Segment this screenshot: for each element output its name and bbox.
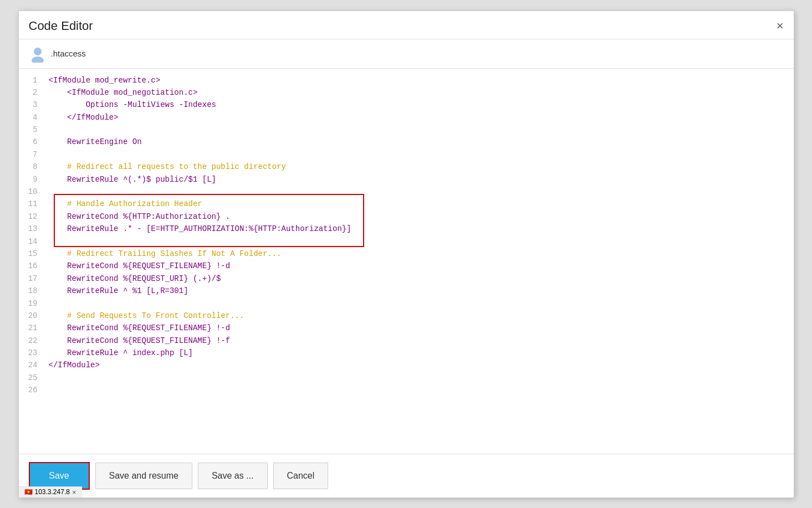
line-code bbox=[47, 186, 794, 198]
line-code: RewriteRule .* - [E=HTTP_AUTHORIZATION:%… bbox=[47, 223, 794, 235]
table-row: 18 RewriteRule ^ %1 [L,R=301] bbox=[19, 285, 794, 297]
modal-header: Code Editor × bbox=[19, 11, 794, 39]
line-code: # Redirect all requests to the public di… bbox=[47, 161, 794, 173]
line-code: RewriteCond %{REQUEST_FILENAME} !-d bbox=[47, 322, 794, 334]
ip-bar-close-button[interactable]: × bbox=[72, 488, 76, 496]
svg-point-0 bbox=[34, 48, 42, 55]
table-row: 15 # Redirect Trailing Slashes If Not A … bbox=[19, 248, 794, 260]
line-number: 24 bbox=[19, 359, 47, 371]
table-row: 21 RewriteCond %{REQUEST_FILENAME} !-d bbox=[19, 322, 794, 334]
table-row: 22 RewriteCond %{REQUEST_FILENAME} !-f bbox=[19, 335, 794, 347]
line-code: RewriteRule ^(.*)$ public/$1 [L] bbox=[47, 173, 794, 186]
save-resume-button[interactable]: Save and resume bbox=[95, 463, 192, 489]
line-code: RewriteRule ^ index.php [L] bbox=[47, 347, 794, 359]
table-row: 3 Options -MultiViews -Indexes bbox=[19, 99, 794, 111]
save-button[interactable]: Save bbox=[29, 462, 90, 490]
line-number: 13 bbox=[19, 223, 47, 235]
svg-point-1 bbox=[32, 57, 44, 63]
line-number: 10 bbox=[19, 186, 47, 198]
line-number: 18 bbox=[19, 285, 47, 297]
table-row: 26 bbox=[19, 384, 794, 396]
line-number: 16 bbox=[19, 260, 47, 272]
line-code: <IfModule mod_rewrite.c> bbox=[47, 74, 794, 86]
table-row: 23 RewriteRule ^ index.php [L] bbox=[19, 347, 794, 359]
line-number: 4 bbox=[19, 111, 47, 124]
code-editor-modal: Code Editor × .htaccess 1<IfModule mod_r… bbox=[18, 11, 794, 498]
line-number: 7 bbox=[19, 148, 47, 161]
line-number: 5 bbox=[19, 124, 47, 136]
table-row: 5 bbox=[19, 124, 794, 136]
table-row: 4 </IfModule> bbox=[19, 111, 794, 124]
ip-bar: 🇻🇳 103.3.247.8 × bbox=[19, 486, 82, 497]
line-number: 9 bbox=[19, 173, 47, 186]
line-code bbox=[47, 384, 794, 396]
table-row: 2 <IfModule mod_negotiation.c> bbox=[19, 86, 794, 99]
line-number: 12 bbox=[19, 211, 47, 223]
line-code: RewriteCond %{HTTP:Authorization} . bbox=[47, 211, 794, 223]
line-code bbox=[47, 148, 794, 161]
flag-icon: 🇻🇳 bbox=[24, 488, 33, 496]
cancel-button[interactable]: Cancel bbox=[273, 463, 329, 489]
ip-address: 103.3.247.8 bbox=[35, 488, 70, 496]
line-code: </IfModule> bbox=[47, 359, 794, 371]
line-code: RewriteCond %{REQUEST_FILENAME} !-f bbox=[47, 335, 794, 347]
line-number: 21 bbox=[19, 322, 47, 334]
table-row: 11 # Handle Authorization Header bbox=[19, 198, 794, 210]
line-code bbox=[47, 297, 794, 310]
table-row: 10 bbox=[19, 186, 794, 198]
code-editor-area[interactable]: 1<IfModule mod_rewrite.c>2 <IfModule mod… bbox=[19, 69, 794, 454]
save-as-button[interactable]: Save as ... bbox=[198, 463, 268, 489]
table-row: 16 RewriteCond %{REQUEST_FILENAME} !-d bbox=[19, 260, 794, 272]
table-row: 24</IfModule> bbox=[19, 359, 794, 371]
table-row: 6 RewriteEngine On bbox=[19, 136, 794, 148]
close-button[interactable]: × bbox=[777, 20, 784, 32]
line-code: # Handle Authorization Header bbox=[47, 198, 794, 210]
table-row: 7 bbox=[19, 148, 794, 161]
file-name-label: .htaccess bbox=[51, 49, 86, 58]
line-code bbox=[47, 372, 794, 384]
line-number: 8 bbox=[19, 161, 47, 173]
table-row: 8 # Redirect all requests to the public … bbox=[19, 161, 794, 173]
line-number: 17 bbox=[19, 273, 47, 285]
file-info-bar: .htaccess bbox=[19, 39, 794, 69]
line-number: 6 bbox=[19, 136, 47, 148]
table-row: 1<IfModule mod_rewrite.c> bbox=[19, 74, 794, 86]
table-row: 19 bbox=[19, 297, 794, 310]
line-code: RewriteCond %{REQUEST_URI} (.+)/$ bbox=[47, 273, 794, 285]
line-code: <IfModule mod_negotiation.c> bbox=[47, 86, 794, 99]
line-code: Options -MultiViews -Indexes bbox=[47, 99, 794, 111]
table-row: 17 RewriteCond %{REQUEST_URI} (.+)/$ bbox=[19, 273, 794, 285]
table-row: 25 bbox=[19, 372, 794, 384]
line-number: 26 bbox=[19, 384, 47, 396]
code-table: 1<IfModule mod_rewrite.c>2 <IfModule mod… bbox=[19, 74, 794, 397]
line-code: # Redirect Trailing Slashes If Not A Fol… bbox=[47, 248, 794, 260]
line-number: 14 bbox=[19, 235, 47, 248]
line-number: 11 bbox=[19, 198, 47, 210]
line-number: 19 bbox=[19, 297, 47, 310]
line-number: 3 bbox=[19, 99, 47, 111]
table-row: 9 RewriteRule ^(.*)$ public/$1 [L] bbox=[19, 173, 794, 186]
line-number: 23 bbox=[19, 347, 47, 359]
line-number: 22 bbox=[19, 335, 47, 347]
table-row: 20 # Send Requests To Front Controller..… bbox=[19, 310, 794, 322]
table-row: 14 bbox=[19, 235, 794, 248]
line-number: 25 bbox=[19, 372, 47, 384]
line-code: RewriteCond %{REQUEST_FILENAME} !-d bbox=[47, 260, 794, 272]
line-number: 2 bbox=[19, 86, 47, 99]
modal-footer: Save Save and resume Save as ... Cancel … bbox=[19, 454, 794, 497]
line-code: # Send Requests To Front Controller... bbox=[47, 310, 794, 322]
line-number: 1 bbox=[19, 74, 47, 86]
table-row: 12 RewriteCond %{HTTP:Authorization} . bbox=[19, 211, 794, 223]
line-code bbox=[47, 235, 794, 248]
user-avatar-icon bbox=[29, 45, 47, 63]
modal-title: Code Editor bbox=[29, 19, 93, 33]
line-code: RewriteRule ^ %1 [L,R=301] bbox=[47, 285, 794, 297]
table-row: 13 RewriteRule .* - [E=HTTP_AUTHORIZATIO… bbox=[19, 223, 794, 235]
line-code bbox=[47, 124, 794, 136]
line-code: </IfModule> bbox=[47, 111, 794, 124]
line-number: 15 bbox=[19, 248, 47, 260]
line-number: 20 bbox=[19, 310, 47, 322]
line-code: RewriteEngine On bbox=[47, 136, 794, 148]
